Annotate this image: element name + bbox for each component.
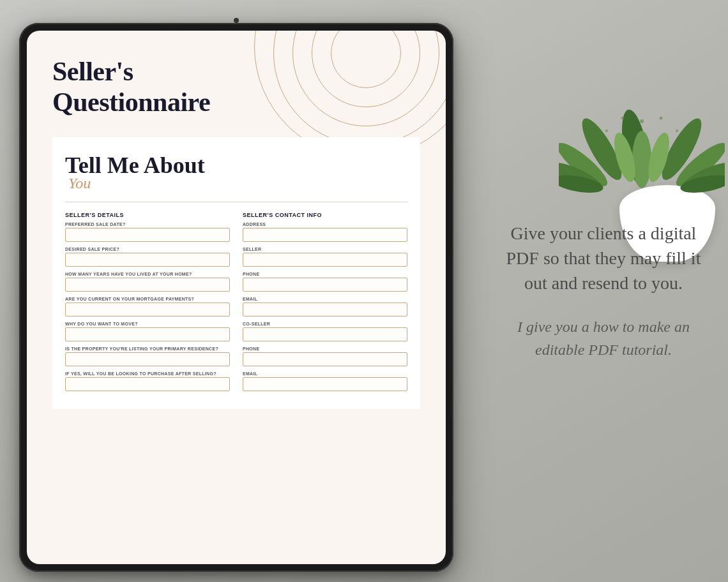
document-title: Seller's Questionnaire — [52, 56, 420, 118]
field-email-coseller: EMAIL — [243, 371, 407, 391]
tell-me-heading: Tell Me About — [65, 153, 205, 178]
svg-point-9 — [632, 131, 651, 188]
field-label-years-lived: HOW MANY YEARS HAVE YOU LIVED AT YOUR HO… — [65, 272, 230, 276]
field-desired-price: DESIRED SALE PRICE? — [65, 247, 230, 267]
field-why-move: WHY DO YOU WANT TO MOVE? — [65, 322, 230, 341]
sellers-contact-label: SELLER'S CONTACT INFO — [243, 212, 407, 218]
field-label-address: ADDRESS — [243, 222, 407, 227]
input-purchase-after[interactable] — [65, 377, 230, 391]
form-columns: SELLER'S DETAILS PREFERRED SALE DATE? DE… — [65, 212, 407, 396]
field-purchase-after: IF YES, WILL YOU BE LOOKING TO PURCHASE … — [65, 371, 230, 391]
field-years-lived: HOW MANY YEARS HAVE YOU LIVED AT YOUR HO… — [65, 272, 230, 292]
input-email-coseller[interactable] — [243, 377, 407, 391]
svg-point-15 — [605, 130, 608, 132]
field-primary-residence: IS THE PROPERTY YOU'RE LISTING YOUR PRIM… — [65, 347, 230, 366]
field-label-seller: SELLER — [243, 247, 407, 251]
field-label-email-coseller: EMAIL — [243, 371, 407, 376]
field-label-mortgage: ARE YOU CURRENT ON YOUR MORTGAGE PAYMENT… — [65, 297, 230, 301]
input-email-seller[interactable] — [243, 302, 407, 317]
svg-point-13 — [621, 117, 625, 120]
field-label-phone-seller: PHONE — [243, 272, 407, 276]
field-label-phone-coseller: PHONE — [243, 347, 407, 351]
input-phone-seller[interactable] — [243, 278, 407, 292]
input-why-move[interactable] — [65, 327, 230, 341]
svg-point-14 — [660, 117, 663, 120]
field-address: ADDRESS — [243, 222, 407, 242]
sellers-details-label: SELLER'S DETAILS — [65, 212, 230, 218]
tablet-screen: Seller's Questionnaire Tell Me About You… — [27, 31, 446, 564]
field-email-seller: EMAIL — [243, 297, 407, 317]
input-desired-price[interactable] — [65, 253, 230, 267]
form-section: Tell Me About You SELLER'S DETAILS PREFE… — [52, 137, 420, 410]
field-label-desired-price: DESIRED SALE PRICE? — [65, 247, 230, 251]
input-phone-coseller[interactable] — [243, 352, 407, 366]
field-label-email-seller: EMAIL — [243, 297, 407, 301]
side-text-block: Give your clients a digital PDF so that … — [498, 221, 709, 361]
field-label-purchase-after: IF YES, WILL YOU BE LOOKING TO PURCHASE … — [65, 371, 230, 376]
form-col-right: SELLER'S CONTACT INFO ADDRESS SELLER PHO… — [243, 212, 407, 396]
field-coseller: CO-SELLER — [243, 322, 407, 341]
input-preferred-sale[interactable] — [65, 228, 230, 242]
field-label-coseller: CO-SELLER — [243, 322, 407, 326]
input-primary-residence[interactable] — [65, 352, 230, 366]
field-phone-coseller: PHONE — [243, 347, 407, 366]
input-mortgage[interactable] — [65, 302, 230, 317]
input-seller[interactable] — [243, 253, 407, 267]
svg-point-16 — [676, 130, 678, 132]
field-preferred-sale-date: PREFERRED SALE DATE? — [65, 222, 230, 242]
tell-me-section: Tell Me About You — [65, 153, 407, 203]
svg-point-12 — [640, 119, 644, 123]
input-address[interactable] — [243, 228, 407, 242]
field-seller: SELLER — [243, 247, 407, 267]
input-coseller[interactable] — [243, 327, 407, 341]
field-phone-seller: PHONE — [243, 272, 407, 292]
input-years-lived[interactable] — [65, 278, 230, 292]
succulent-plant — [559, 19, 725, 223]
tablet: Seller's Questionnaire Tell Me About You… — [19, 23, 453, 572]
field-label-preferred-sale: PREFERRED SALE DATE? — [65, 222, 230, 227]
field-mortgage: ARE YOU CURRENT ON YOUR MORTGAGE PAYMENT… — [65, 297, 230, 317]
side-text-main: Give your clients a digital PDF so that … — [498, 221, 709, 296]
form-col-left: SELLER'S DETAILS PREFERRED SALE DATE? DE… — [65, 212, 230, 396]
side-text-italic: I give you a how to make an editable PDF… — [498, 315, 709, 361]
field-label-why-move: WHY DO YOU WANT TO MOVE? — [65, 322, 230, 326]
field-label-primary-residence: IS THE PROPERTY YOU'RE LISTING YOUR PRIM… — [65, 347, 230, 351]
tablet-camera — [234, 18, 239, 23]
